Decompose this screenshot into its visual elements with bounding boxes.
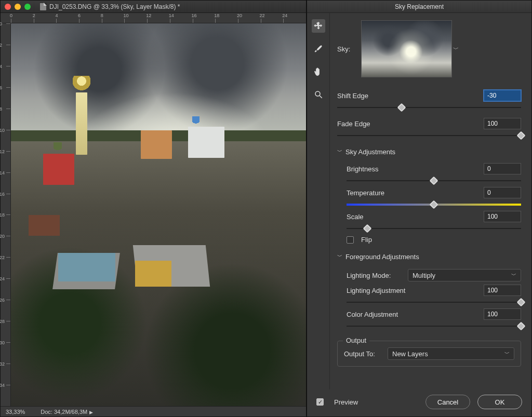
brush-icon: [314, 44, 323, 53]
scale-input[interactable]: [484, 211, 521, 222]
panel-title[interactable]: Sky Replacement: [307, 1, 531, 13]
svg-line-1: [320, 96, 322, 98]
zoom-tool[interactable]: [312, 88, 325, 101]
document-icon: [40, 3, 46, 10]
canvas[interactable]: [11, 23, 306, 406]
shift-edge-input[interactable]: [484, 90, 521, 101]
lighting-mode-select[interactable]: Multiply ﹀: [408, 269, 521, 281]
ok-button[interactable]: OK: [477, 395, 522, 409]
scale-slider[interactable]: [347, 225, 521, 232]
temperature-input[interactable]: [484, 187, 521, 198]
brightness-input[interactable]: [484, 163, 521, 174]
fade-edge-slider[interactable]: [337, 132, 521, 139]
magnifier-icon: [314, 90, 323, 99]
color-adjustment-input[interactable]: [484, 308, 521, 320]
flip-label: Flip: [361, 236, 372, 244]
brightness-slider[interactable]: [347, 178, 521, 184]
document-title: DJI_0253.DNG @ 33,3% (Sky, Layer Mask/8)…: [49, 3, 180, 10]
chevron-down-icon: ﹀: [511, 272, 516, 279]
lighting-adjustment-input[interactable]: [484, 285, 521, 296]
flip-checkbox[interactable]: [347, 236, 354, 244]
fade-edge-input[interactable]: [484, 118, 521, 129]
hand-icon: [314, 67, 323, 76]
output-to-select[interactable]: New Layers ﹀: [388, 347, 514, 360]
lighting-adjustment-label: Lighting Adjustment: [347, 287, 484, 294]
document-titlebar[interactable]: DJI_0253.DNG @ 33,3% (Sky, Layer Mask/8)…: [1, 1, 306, 13]
zoom-window-button[interactable]: [24, 4, 31, 10]
minimize-window-button[interactable]: [15, 4, 21, 10]
window-controls: [5, 4, 31, 10]
close-window-button[interactable]: [5, 4, 11, 10]
brush-tool[interactable]: [312, 42, 325, 56]
sky-label: Sky:: [337, 45, 356, 53]
fade-edge-label: Fade Edge: [337, 120, 484, 128]
chevron-down-icon: ﹀: [504, 350, 510, 357]
chevron-down-icon: ﹀: [337, 253, 342, 260]
document-window: DJI_0253.DNG @ 33,3% (Sky, Layer Mask/8)…: [0, 0, 307, 417]
cancel-button[interactable]: Cancel: [425, 395, 470, 409]
sky-replacement-panel: Sky Replacement Sky: ﹀: [307, 0, 532, 417]
scale-label: Scale: [347, 213, 484, 221]
svg-point-0: [315, 91, 320, 96]
chevron-down-icon: ﹀: [337, 148, 342, 155]
sky-preset-thumbnail[interactable]: [361, 20, 452, 77]
output-legend: Output: [343, 337, 369, 344]
flip-row[interactable]: Flip: [347, 236, 521, 244]
sky-adjustments-header[interactable]: ﹀ Sky Adjustments: [337, 148, 521, 156]
status-zoom[interactable]: 33,33%: [6, 409, 25, 415]
temperature-slider[interactable]: [347, 201, 521, 208]
lighting-adjustment-slider[interactable]: [347, 299, 521, 305]
temperature-label: Temperature: [347, 189, 484, 197]
color-adjustment-slider[interactable]: [347, 323, 521, 329]
lighting-mode-label: Lighting Mode:: [347, 272, 404, 279]
preview-checkbox[interactable]: [316, 398, 324, 406]
preview-label: Preview: [334, 398, 358, 406]
output-to-label: Output To:: [344, 350, 383, 358]
chevron-right-icon[interactable]: ▶: [89, 410, 93, 415]
hand-tool[interactable]: [312, 65, 325, 78]
brightness-label: Brightness: [347, 165, 484, 173]
foreground-adjustments-header[interactable]: ﹀ Foreground Adjustments: [337, 253, 521, 261]
canvas-image: [11, 23, 306, 406]
chevron-down-icon[interactable]: ﹀: [453, 45, 459, 53]
output-group: Output Output To: New Layers ﹀: [337, 341, 521, 367]
move-icon: [314, 21, 323, 31]
ruler-vertical[interactable]: 0 2 4 6 8 10 12 14 16 18 20 22 24 26 28 …: [1, 23, 11, 406]
move-tool[interactable]: [312, 19, 325, 33]
status-bar: 33,33% Doc: 34,2M/68,3M▶: [1, 406, 306, 416]
color-adjustment-label: Color Adjustment: [347, 311, 484, 318]
tool-strip: [307, 13, 330, 389]
shift-edge-slider[interactable]: [337, 104, 521, 111]
shift-edge-label: Shift Edge: [337, 92, 484, 100]
status-docsize: Doc: 34,2M/68,3M: [41, 409, 87, 415]
ruler-horizontal[interactable]: 0 2 4 6 8 10 12 14 16 18 20 22 24: [1, 13, 306, 23]
